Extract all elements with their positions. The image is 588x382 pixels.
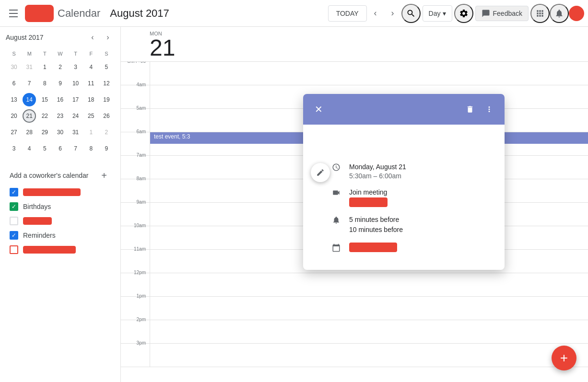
mini-cal-day[interactable]: 8 — [84, 141, 98, 156]
mini-cal-day[interactable]: 16 — [53, 92, 67, 107]
next-arrow[interactable]: › — [384, 5, 401, 22]
mini-cal-day[interactable]: 17 — [69, 92, 83, 107]
popup-header: ✕ — [303, 94, 505, 125]
mini-cal-day[interactable]: 9 — [53, 76, 67, 91]
settings-button[interactable] — [454, 4, 473, 23]
more-icon — [485, 105, 494, 114]
sidebar: August 2017 ‹ › SMTWTFS 3031123456789101… — [0, 27, 121, 382]
join-meeting-link-blob[interactable] — [349, 197, 388, 207]
mini-cal-day[interactable]: 21 — [22, 108, 36, 124]
mini-cal-day[interactable]: 12 — [99, 76, 114, 91]
mini-cal-day[interactable]: 27 — [7, 125, 21, 140]
mini-cal-day[interactable]: 15 — [37, 92, 52, 107]
search-button[interactable] — [401, 4, 421, 23]
mini-cal-day[interactable]: 4 — [22, 141, 36, 156]
apps-icon — [535, 9, 545, 18]
mini-cal-day[interactable]: 9 — [99, 141, 114, 156]
add-coworker-label: Add a coworker's calendar — [10, 172, 89, 179]
apps-button[interactable] — [530, 4, 550, 23]
menu-button[interactable] — [4, 4, 23, 23]
mini-cal-day[interactable]: 1 — [84, 125, 98, 140]
mini-cal-prev[interactable]: ‹ — [86, 31, 99, 44]
mini-cal-day-header: W — [53, 49, 67, 58]
mini-cal-day[interactable]: 20 — [7, 108, 21, 124]
mini-cal-day[interactable]: 6 — [7, 76, 21, 91]
mini-cal-day[interactable]: 10 — [69, 76, 83, 91]
mini-cal-day[interactable]: 3 — [69, 59, 83, 75]
calendar-item-3[interactable] — [8, 215, 113, 227]
calendar-checkbox-3[interactable] — [10, 217, 18, 225]
mini-cal-day[interactable]: 25 — [84, 108, 98, 124]
calendar-icon-popup — [332, 243, 341, 255]
mini-cal-day[interactable]: 29 — [37, 125, 52, 140]
gear-icon — [459, 9, 469, 18]
day-view-button[interactable]: Day ▾ — [423, 5, 452, 22]
mini-cal-day[interactable]: 30 — [53, 125, 67, 140]
calendar-label-blob-1 — [23, 188, 81, 196]
mini-cal-day[interactable]: 1 — [37, 59, 52, 75]
mini-cal-day[interactable]: 13 — [7, 92, 21, 107]
edit-icon — [316, 168, 325, 177]
mini-cal-day[interactable]: 30 — [7, 59, 21, 75]
delete-icon — [466, 105, 474, 114]
mini-cal-day[interactable]: 18 — [84, 92, 98, 107]
calendar-checkbox-1[interactable]: ✓ — [10, 188, 18, 197]
mini-cal-day[interactable]: 7 — [22, 76, 36, 91]
mini-cal-grid: SMTWTFS 30311234567891011121314151617181… — [6, 48, 115, 157]
popup-close-button[interactable]: ✕ — [311, 102, 326, 117]
mini-cal-day[interactable]: 22 — [37, 108, 52, 124]
mini-cal-day[interactable]: 5 — [37, 141, 52, 156]
mini-cal-day[interactable]: 3 — [7, 141, 21, 156]
reminder1: 5 minutes before — [349, 215, 403, 225]
feedback-icon — [482, 9, 490, 18]
search-icon — [406, 9, 416, 18]
mini-cal-day[interactable]: 5 — [99, 59, 114, 75]
mini-cal-day[interactable]: 28 — [22, 125, 36, 140]
popup-datetime-row: Monday, August 21 5:30am – 6:00am — [332, 162, 497, 180]
mini-cal-day[interactable]: 19 — [99, 92, 114, 107]
popup-datetime-text: Monday, August 21 5:30am – 6:00am — [349, 162, 406, 180]
mini-cal-day[interactable]: 23 — [53, 108, 67, 124]
popup-title-area: test event — [303, 134, 505, 154]
today-button[interactable]: TODAY — [328, 5, 367, 22]
mini-cal-title: August 2017 — [6, 34, 44, 41]
reminder2: 10 minutes before — [349, 225, 403, 235]
prev-arrow[interactable]: ‹ — [367, 5, 384, 22]
calendar-item-5[interactable] — [8, 243, 113, 256]
logo-area: Calendar — [25, 5, 100, 22]
notifications-button[interactable] — [550, 4, 569, 23]
popup-more-button[interactable] — [482, 102, 497, 117]
calendar-item-1[interactable]: ✓ — [8, 186, 113, 198]
calendar-checkbox-5[interactable] — [10, 245, 18, 254]
mini-cal-day[interactable]: 4 — [84, 59, 98, 75]
mini-cal-day-header: S — [99, 49, 114, 58]
mini-cal-day[interactable]: 8 — [37, 76, 52, 91]
add-coworker-calendar[interactable]: Add a coworker's calendar + — [8, 165, 113, 186]
popup-edit-fab[interactable] — [311, 163, 330, 182]
popup-reminder-row: 5 minutes before 10 minutes before — [332, 215, 497, 235]
calendar-checkbox-birthdays[interactable]: ✓ — [10, 202, 18, 211]
mini-cal-day[interactable]: 14 — [22, 92, 36, 107]
mini-cal-day[interactable]: 7 — [69, 141, 83, 156]
mini-cal-day[interactable]: 24 — [69, 108, 83, 124]
mini-cal-day[interactable]: 2 — [53, 59, 67, 75]
join-meeting-label: Join meeting — [349, 187, 388, 197]
mini-cal-day-header: M — [22, 49, 36, 58]
feedback-button[interactable]: Feedback — [475, 6, 529, 21]
calendar-checkbox-reminders[interactable]: ✓ — [10, 231, 18, 240]
mini-cal-day[interactable]: 31 — [69, 125, 83, 140]
calendar-item-birthdays[interactable]: ✓ Birthdays — [8, 200, 113, 213]
mini-cal-day[interactable]: 6 — [53, 141, 67, 156]
mini-cal-day[interactable]: 11 — [84, 76, 98, 91]
popup-delete-button[interactable] — [462, 102, 478, 117]
add-coworker-button[interactable]: + — [97, 169, 111, 182]
mini-cal-day[interactable]: 26 — [99, 108, 114, 124]
sidebar-section: Add a coworker's calendar + ✓ ✓ Birthday… — [0, 161, 120, 260]
avatar[interactable] — [569, 6, 584, 21]
mini-cal-day-header: F — [84, 49, 98, 58]
mini-cal-day[interactable]: 31 — [22, 59, 36, 75]
mini-cal-next[interactable]: › — [101, 31, 115, 44]
calendar-item-reminders[interactable]: ✓ Reminders — [8, 229, 113, 242]
mini-cal-day[interactable]: 2 — [99, 125, 114, 140]
calendar-label-blob-3 — [23, 217, 52, 225]
